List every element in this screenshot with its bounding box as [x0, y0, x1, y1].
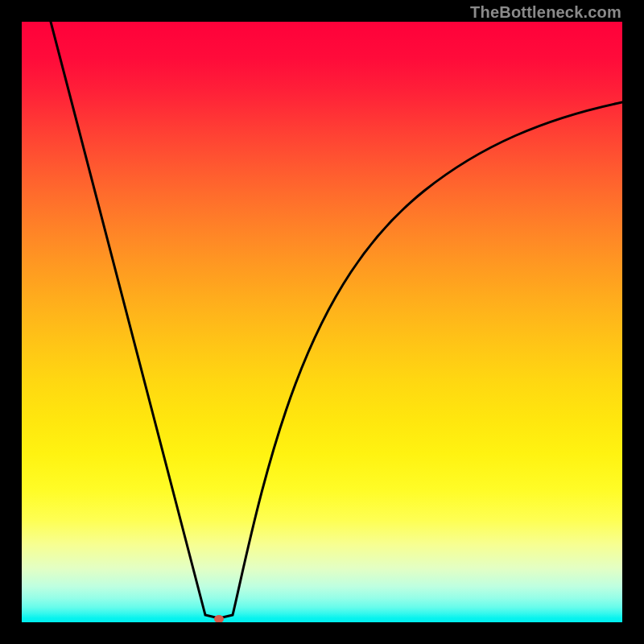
watermark-text: TheBottleneck.com — [470, 3, 621, 22]
bottleneck-chart: TheBottleneck.com — [0, 0, 644, 644]
plot-background — [22, 22, 622, 622]
